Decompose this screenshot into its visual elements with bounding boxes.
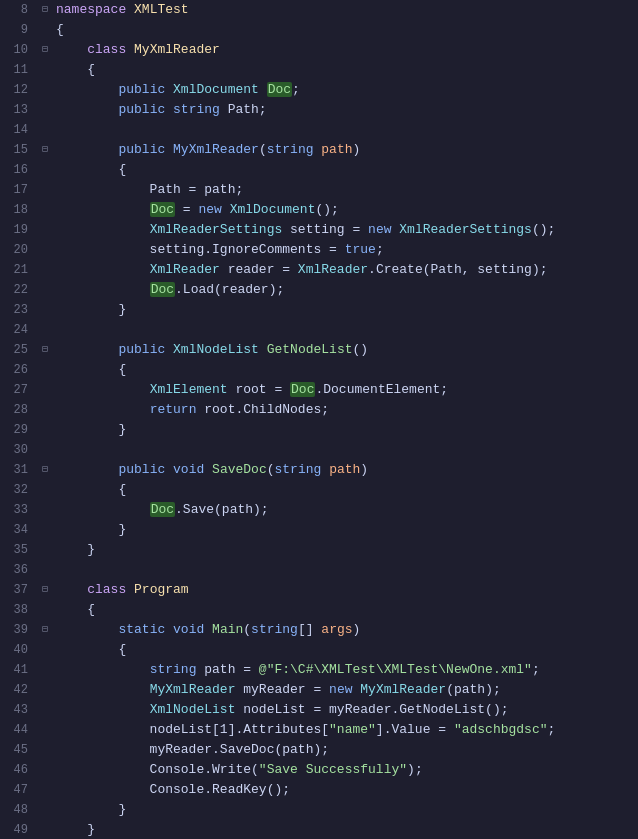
code-tokens: nodeList[1].Attributes["name"].Value = "… bbox=[54, 720, 638, 740]
code-token: "Save Successfully" bbox=[259, 762, 407, 777]
code-token bbox=[204, 462, 212, 477]
code-line: 40 { bbox=[0, 640, 638, 660]
code-token bbox=[321, 462, 329, 477]
gutter-icon bbox=[36, 820, 54, 839]
code-token: } bbox=[56, 522, 126, 537]
code-tokens: Console.ReadKey(); bbox=[54, 780, 638, 800]
code-tokens: class MyXmlReader bbox=[54, 40, 638, 60]
code-token: .Load(reader); bbox=[175, 282, 284, 297]
gutter-icon bbox=[36, 680, 54, 700]
gutter-icon bbox=[36, 60, 54, 80]
code-token: root = bbox=[228, 382, 290, 397]
line-number: 22 bbox=[0, 280, 36, 300]
line-number: 18 bbox=[0, 200, 36, 220]
gutter-icon bbox=[36, 700, 54, 720]
code-line: 20 setting.IgnoreComments = true; bbox=[0, 240, 638, 260]
line-number: 9 bbox=[0, 20, 36, 40]
code-line: 19 XmlReaderSettings setting = new XmlRe… bbox=[0, 220, 638, 240]
gutter-icon bbox=[36, 120, 54, 140]
code-token: static bbox=[118, 622, 165, 637]
gutter-icon: ⊟ bbox=[36, 460, 54, 480]
code-token: string bbox=[267, 142, 314, 157]
gutter-icon bbox=[36, 760, 54, 780]
code-line: 39⊟ static void Main(string[] args) bbox=[0, 620, 638, 640]
code-token: { bbox=[56, 642, 126, 657]
code-line: 38 { bbox=[0, 600, 638, 620]
code-token bbox=[222, 202, 230, 217]
code-line: 33 Doc.Save(path); bbox=[0, 500, 638, 520]
code-tokens: { bbox=[54, 20, 638, 40]
gutter-icon bbox=[36, 720, 54, 740]
code-token: { bbox=[56, 62, 95, 77]
line-number: 10 bbox=[0, 40, 36, 60]
line-number: 42 bbox=[0, 680, 36, 700]
code-line: 14 bbox=[0, 120, 638, 140]
code-line: 37⊟ class Program bbox=[0, 580, 638, 600]
code-line: 42 MyXmlReader myReader = new MyXmlReade… bbox=[0, 680, 638, 700]
gutter-icon bbox=[36, 740, 54, 760]
gutter-icon bbox=[36, 240, 54, 260]
line-number: 32 bbox=[0, 480, 36, 500]
code-line: 29 } bbox=[0, 420, 638, 440]
code-token bbox=[126, 582, 134, 597]
code-token: SaveDoc bbox=[212, 462, 267, 477]
code-token: Path = path; bbox=[56, 182, 243, 197]
code-token: .Create(Path, setting); bbox=[368, 262, 547, 277]
code-tokens: public void SaveDoc(string path) bbox=[54, 460, 638, 480]
gutter-icon bbox=[36, 440, 54, 460]
code-token bbox=[259, 82, 267, 97]
gutter-icon bbox=[36, 800, 54, 820]
line-number: 27 bbox=[0, 380, 36, 400]
code-token: XmlElement bbox=[150, 382, 228, 397]
code-tokens: XmlElement root = Doc.DocumentElement; bbox=[54, 380, 638, 400]
highlight-token: Doc bbox=[150, 282, 175, 297]
gutter-icon bbox=[36, 500, 54, 520]
code-line: 47 Console.ReadKey(); bbox=[0, 780, 638, 800]
code-line: 13 public string Path; bbox=[0, 100, 638, 120]
code-token: ( bbox=[243, 622, 251, 637]
gutter-icon: ⊟ bbox=[36, 580, 54, 600]
code-token: "adschbgdsc" bbox=[454, 722, 548, 737]
line-number: 14 bbox=[0, 120, 36, 140]
code-tokens: setting.IgnoreComments = true; bbox=[54, 240, 638, 260]
gutter-icon bbox=[36, 280, 54, 300]
code-line: 17 Path = path; bbox=[0, 180, 638, 200]
gutter-icon bbox=[36, 180, 54, 200]
code-token bbox=[165, 462, 173, 477]
line-number: 45 bbox=[0, 740, 36, 760]
code-token bbox=[165, 82, 173, 97]
code-line: 30 bbox=[0, 440, 638, 460]
code-token: setting = bbox=[282, 222, 368, 237]
code-token: XmlReaderSettings bbox=[399, 222, 532, 237]
line-number: 37 bbox=[0, 580, 36, 600]
code-token bbox=[56, 42, 87, 57]
gutter-icon: ⊟ bbox=[36, 340, 54, 360]
code-token bbox=[126, 2, 134, 17]
code-line: 34 } bbox=[0, 520, 638, 540]
line-number: 21 bbox=[0, 260, 36, 280]
code-tokens: myReader.SaveDoc(path); bbox=[54, 740, 638, 760]
code-token: Main bbox=[212, 622, 243, 637]
code-token: = bbox=[175, 202, 198, 217]
code-token: ) bbox=[353, 622, 361, 637]
code-token: XmlDocument bbox=[173, 82, 259, 97]
gutter-icon bbox=[36, 300, 54, 320]
code-token: void bbox=[173, 462, 204, 477]
code-tokens bbox=[54, 440, 638, 460]
gutter-icon bbox=[36, 260, 54, 280]
code-token bbox=[56, 402, 150, 417]
code-tokens: XmlReaderSettings setting = new XmlReade… bbox=[54, 220, 638, 240]
code-token: myReader.SaveDoc(path); bbox=[56, 742, 329, 757]
gutter-icon bbox=[36, 200, 54, 220]
code-tokens: class Program bbox=[54, 580, 638, 600]
code-line: 48 } bbox=[0, 800, 638, 820]
code-tokens: { bbox=[54, 600, 638, 620]
code-token bbox=[56, 282, 150, 297]
line-number: 44 bbox=[0, 720, 36, 740]
code-tokens: public string Path; bbox=[54, 100, 638, 120]
code-token bbox=[56, 222, 150, 237]
code-token: public bbox=[118, 102, 165, 117]
line-number: 31 bbox=[0, 460, 36, 480]
code-line: 12 public XmlDocument Doc; bbox=[0, 80, 638, 100]
code-token: XmlDocument bbox=[230, 202, 316, 217]
